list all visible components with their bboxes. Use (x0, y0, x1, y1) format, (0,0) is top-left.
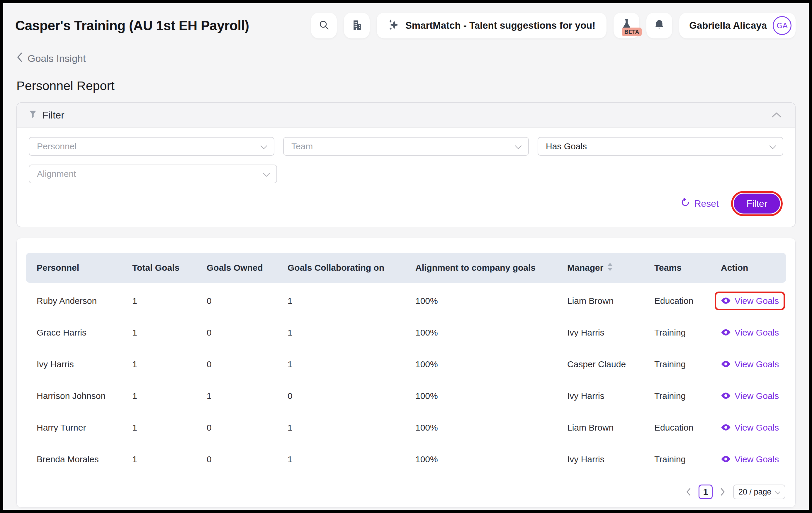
search-button[interactable] (311, 12, 337, 38)
cell-action: View Goals (721, 292, 786, 310)
page-title: Personnel Report (17, 79, 809, 93)
view-goals-label: View Goals (735, 423, 779, 433)
cell-goals-collaborating: 1 (288, 359, 415, 369)
personnel-report-table: Personnel Total Goals Goals Owned Goals … (17, 238, 795, 508)
cell-goals-owned: 0 (207, 423, 288, 433)
smartmatch-banner[interactable]: SmartMatch - Talent suggestions for you! (377, 12, 607, 38)
collapse-chevron-icon[interactable] (772, 112, 782, 118)
view-goals-link[interactable]: View Goals (721, 454, 779, 464)
cell-goals-owned: 0 (207, 454, 288, 464)
table-body: Ruby Anderson 1 0 1 100% Liam Brown Educ… (26, 285, 786, 475)
page-size-value: 20 / page (738, 487, 772, 496)
chevron-down-icon (515, 141, 522, 151)
chevron-down-icon (775, 487, 781, 496)
cell-action: View Goals (721, 355, 786, 374)
chevron-down-icon (260, 141, 267, 151)
has-goals-select-value: Has Goals (546, 141, 769, 151)
cell-personnel: Ivy Harris (37, 359, 132, 369)
notifications-button[interactable] (646, 12, 672, 38)
next-page-button[interactable] (720, 488, 726, 496)
topbar-actions: SmartMatch - Talent suggestions for you!… (311, 12, 795, 38)
reset-label: Reset (694, 198, 719, 209)
view-goals-label: View Goals (735, 454, 779, 464)
cell-goals-collaborating: 1 (288, 454, 415, 464)
eye-icon (721, 423, 731, 433)
reset-icon (681, 198, 690, 210)
cell-total-goals: 1 (132, 423, 207, 433)
view-goals-link[interactable]: View Goals (721, 328, 779, 338)
action-annotation: View Goals (715, 386, 785, 405)
filter-panel-title: Filter (42, 109, 64, 121)
column-header-goals-owned: Goals Owned (207, 263, 288, 273)
action-annotation: View Goals (715, 355, 785, 374)
eye-icon (721, 328, 731, 338)
user-menu[interactable]: Gabriella Alicaya GA (679, 12, 795, 38)
view-goals-label: View Goals (735, 296, 779, 306)
column-header-action: Action (721, 263, 786, 273)
cell-total-goals: 1 (132, 328, 207, 338)
table-row: Ruby Anderson 1 0 1 100% Liam Brown Educ… (26, 285, 786, 317)
cell-total-goals: 1 (132, 359, 207, 369)
current-page-button[interactable]: 1 (699, 485, 713, 499)
cell-teams: Training (654, 391, 721, 401)
cell-action: View Goals (721, 418, 786, 437)
action-annotation: View Goals (715, 450, 785, 469)
cell-teams: Education (654, 423, 721, 433)
column-header-personnel: Personnel (37, 263, 132, 273)
cell-teams: Training (654, 454, 721, 464)
cell-goals-collaborating: 1 (288, 423, 415, 433)
view-goals-link[interactable]: View Goals (721, 423, 779, 433)
cell-goals-owned: 0 (207, 328, 288, 338)
team-select[interactable]: Team (283, 137, 529, 156)
table-row: Harrison Johnson 1 1 0 100% Ivy Harris T… (26, 380, 786, 412)
eye-icon (721, 296, 731, 306)
column-header-manager[interactable]: Manager (567, 263, 654, 273)
cell-manager: Ivy Harris (567, 391, 654, 401)
org-title: Casper's Training (AU 1st EH Payroll) (15, 18, 249, 33)
column-header-teams: Teams (654, 263, 721, 273)
view-goals-link[interactable]: View Goals (721, 296, 779, 306)
cell-alignment: 100% (415, 359, 567, 369)
chevron-down-icon (263, 169, 270, 179)
view-goals-link[interactable]: View Goals (721, 391, 779, 401)
filter-panel: Filter Personnel Team (17, 102, 795, 227)
previous-page-button[interactable] (686, 488, 691, 496)
breadcrumb[interactable]: Goals Insight (17, 52, 86, 64)
cell-teams: Training (654, 328, 721, 338)
app-window: Casper's Training (AU 1st EH Payroll) (3, 3, 809, 510)
chevron-down-icon (769, 141, 776, 151)
organisation-button[interactable] (344, 12, 370, 38)
cell-manager: Liam Brown (567, 423, 654, 433)
view-goals-link[interactable]: View Goals (721, 359, 779, 369)
cell-goals-collaborating: 1 (288, 328, 415, 338)
alignment-select[interactable]: Alignment (29, 165, 277, 183)
personnel-select[interactable]: Personnel (29, 137, 274, 156)
cell-personnel: Harry Turner (37, 423, 132, 433)
sparkles-icon (388, 19, 400, 32)
reset-button[interactable]: Reset (681, 198, 719, 210)
cell-teams: Education (654, 296, 721, 306)
cell-goals-owned: 0 (207, 359, 288, 369)
has-goals-select[interactable]: Has Goals (538, 137, 783, 156)
table-row: Grace Harris 1 0 1 100% Ivy Harris Train… (26, 317, 786, 348)
cell-alignment: 100% (415, 423, 567, 433)
cell-action: View Goals (721, 450, 786, 469)
cell-action: View Goals (721, 386, 786, 405)
cell-action: View Goals (721, 323, 786, 342)
table-row: Harry Turner 1 0 1 100% Liam Brown Educa… (26, 412, 786, 443)
cell-alignment: 100% (415, 296, 567, 306)
page-size-select[interactable]: 20 / page (733, 485, 785, 499)
table-row: Ivy Harris 1 0 1 100% Casper Claude Trai… (26, 348, 786, 380)
column-header-manager-label: Manager (567, 263, 603, 273)
cell-personnel: Ruby Anderson (37, 296, 132, 306)
cell-manager: Casper Claude (567, 359, 654, 369)
beta-labs-button[interactable]: BETA (613, 12, 639, 38)
team-select-placeholder: Team (291, 141, 515, 151)
eye-icon (721, 359, 731, 369)
cell-manager: Ivy Harris (567, 454, 654, 464)
filter-panel-header[interactable]: Filter (17, 103, 795, 128)
filter-submit-button[interactable]: Filter (734, 194, 780, 214)
view-goals-label: View Goals (735, 391, 779, 401)
column-header-total-goals: Total Goals (132, 263, 207, 273)
back-chevron-icon (17, 52, 23, 64)
